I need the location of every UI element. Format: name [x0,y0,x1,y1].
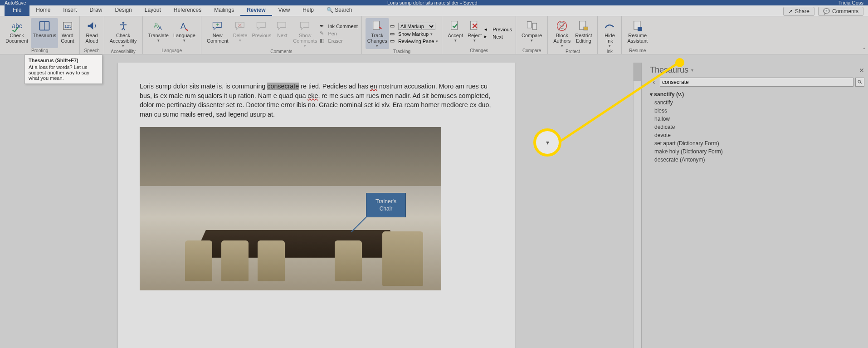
hide-ink-button[interactable]: Hide Ink [601,18,618,49]
thesaurus-result-item[interactable]: hallow [650,115,864,123]
thesaurus-result-item[interactable]: make holy (Dictionary Form) [650,147,864,156]
next-change-button[interactable]: ▸Next [484,34,512,40]
thesaurus-result-item[interactable]: set apart (Dictionary Form) [650,139,864,147]
word-count-button[interactable]: 123 Word Count [59,18,76,48]
thesaurus-result-heading[interactable]: ▾ sanctify (v.) [650,90,864,98]
track-changes-label: Track Changes [367,33,387,44]
restrict-editing-icon [577,19,590,33]
show-markup-button[interactable]: ▭Show Markup [390,31,439,37]
resume-assistant-icon [631,19,644,33]
block-authors-label: Block Authors [553,33,571,44]
accessibility-icon [117,19,130,33]
scrollbar-thumb[interactable] [634,63,641,81]
next-comment-button[interactable]: Next [274,18,290,49]
thesaurus-result-item[interactable]: sanctify [650,98,864,107]
ribbon-group-resume: Resume Assistant Resume [622,16,653,54]
check-accessibility-label: Check Accessibility [110,33,137,44]
ink-comment-button[interactable]: ✒Ink Comment [320,23,357,29]
language-button[interactable]: A Language [171,18,197,48]
thesaurus-search-button[interactable] [855,78,864,87]
tab-home[interactable]: Home [29,5,57,16]
svg-rect-14 [532,23,536,29]
resume-assistant-button[interactable]: Resume Assistant [625,18,649,48]
tell-me-search[interactable]: 🔍 Search [320,5,358,16]
thesaurus-result-item[interactable]: devote [650,131,864,139]
search-icon [857,79,863,85]
vertical-ruler[interactable] [0,63,9,348]
collapse-ribbon-button[interactable]: ˄ [863,47,865,52]
callout-box[interactable]: Trainer's Chair [366,193,406,217]
track-changes-button[interactable]: Track Changes [366,18,389,49]
body-paragraph[interactable]: Loris sump dolor sits mate is, is commun… [140,82,493,119]
compare-button[interactable]: Compare [520,18,544,48]
pane-options-dropdown[interactable]: ▾ [691,68,693,73]
eraser-button[interactable]: ◧Eraser [320,38,357,44]
horizontal-ruler[interactable] [0,54,868,63]
restrict-editing-button[interactable]: Restrict Editing [573,18,594,49]
ink-comment-label: Ink Comment [328,24,357,29]
reviewing-pane-icon: ▭ [390,38,396,44]
reject-button[interactable]: Reject [466,18,483,48]
tab-help[interactable]: Help [296,5,320,16]
ribbon: abc Check Document Thesaurus 123 Word Co… [0,16,868,54]
reviewing-pane-button[interactable]: ▭Reviewing Pane [390,38,439,44]
resume-assistant-label: Resume Assistant [627,33,648,44]
tab-view[interactable]: View [272,5,297,16]
thesaurus-button[interactable]: Thesaurus [31,18,58,48]
translate-button[interactable]: あA Translate [146,18,171,48]
share-button[interactable]: ↗ Share [783,7,814,16]
translate-label: Translate [148,33,169,38]
tab-design[interactable]: Design [108,5,138,16]
thesaurus-result-item[interactable]: dedicate [650,123,864,131]
track-changes-icon [371,19,384,33]
previous-change-button[interactable]: ◂Previous [484,26,512,33]
compare-label: Compare [522,33,542,38]
tab-mailings[interactable]: Mailings [208,5,240,16]
show-comments-button[interactable]: Show Comments [291,18,319,49]
pane-close-button[interactable]: ✕ [859,67,864,74]
delete-comment-icon [234,19,247,33]
new-comment-button[interactable]: + New Comment [205,18,230,49]
accept-button[interactable]: Accept [446,18,465,48]
document-image[interactable]: Trainer's Chair [140,127,441,290]
spelling-error: en [370,83,377,90]
tab-file[interactable]: File [5,5,29,16]
markup-mode-dropdown[interactable]: ▭All Markup [390,23,439,30]
check-document-button[interactable]: abc Check Document [4,18,30,48]
thesaurus-results: ▾ sanctify (v.) sanctify bless hallow de… [646,88,868,166]
show-markup-label: Show Markup [398,31,429,37]
resume-group-label: Resume [625,48,649,54]
thesaurus-result-item[interactable]: bless [650,107,864,115]
thesaurus-tooltip: Thesaurus (Shift+F7) At a loss for words… [24,54,102,84]
thesaurus-back-button[interactable]: ‹ [650,78,658,87]
thesaurus-icon [38,19,51,33]
tab-draw[interactable]: Draw [83,5,108,16]
pen-icon: ✎ [320,30,326,37]
comments-button[interactable]: 💬 Comments [818,7,863,16]
tab-insert[interactable]: Insert [57,5,83,16]
block-authors-icon [556,19,568,33]
check-accessibility-button[interactable]: Check Accessibility [108,18,139,49]
thesaurus-search-input[interactable] [660,78,853,87]
spellcheck-icon: abc [10,19,23,33]
spelling-error: eke [307,92,318,99]
svg-text:123: 123 [64,24,72,29]
word-count-label: Word Count [61,33,74,44]
tab-review[interactable]: Review [240,5,272,16]
new-comment-icon: + [211,19,224,33]
tab-layout[interactable]: Layout [138,5,167,16]
previous-comment-button[interactable]: Previous [250,18,273,49]
previous-comment-label: Previous [252,33,271,38]
vertical-scrollbar[interactable] [633,63,641,348]
block-authors-button[interactable]: Block Authors [551,18,572,49]
document-canvas[interactable]: Loris sump dolor sits mate is, is commun… [9,63,633,348]
tab-references[interactable]: References [167,5,208,16]
read-aloud-button[interactable]: Read Aloud [83,18,100,48]
ribbon-group-language: あA Translate A Language Language [143,16,201,54]
thesaurus-result-item[interactable]: desecrate (Antonym) [650,156,864,164]
pen-button[interactable]: ✎Pen [320,30,357,37]
delete-comment-button[interactable]: Delete [231,18,249,49]
svg-rect-21 [638,27,642,31]
ribbon-group-accessibility: Check Accessibility Accessibility [104,16,143,54]
svg-rect-19 [584,27,588,30]
